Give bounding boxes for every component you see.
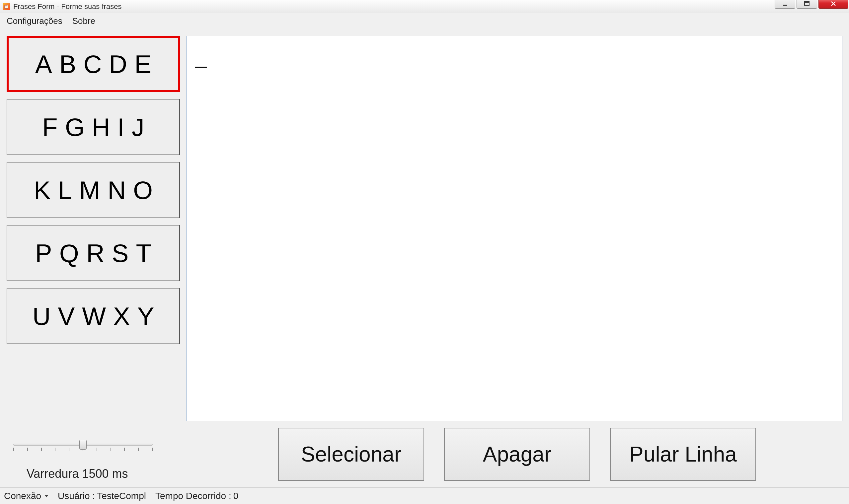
status-user-value: TesteCompl (97, 491, 146, 501)
status-user-label: Usuário : (58, 491, 95, 501)
status-user: Usuário : TesteCompl (58, 491, 146, 501)
letter-groups-column: ABCDE FGHIJ KLMNO PQRST UVWXY (7, 36, 180, 421)
menu-config[interactable]: Configurações (7, 16, 63, 26)
status-elapsed-value: 0 (233, 491, 239, 501)
svg-rect-5 (804, 1, 809, 3)
svg-rect-1 (5, 5, 7, 6)
titlebar: Frases Form - Forme suas frases (0, 0, 849, 13)
scan-slider-block: Varredura 1500 ms (7, 440, 179, 481)
letter-group-fghij[interactable]: FGHIJ (7, 99, 180, 155)
window-controls (775, 0, 849, 13)
svg-rect-2 (5, 7, 7, 7)
letter-group-uvwxy[interactable]: UVWXY (7, 288, 180, 344)
action-buttons: Selecionar Apagar Pular Linha (278, 428, 756, 481)
phrase-textarea[interactable] (187, 36, 842, 421)
statusbar: Conexão Usuário : TesteCompl Tempo Decor… (0, 487, 849, 504)
main-area: ABCDE FGHIJ KLMNO PQRST UVWXY (0, 29, 849, 425)
minimize-button[interactable] (775, 0, 795, 8)
dropdown-caret-icon (45, 495, 49, 497)
status-connection-label: Conexão (4, 491, 41, 501)
status-connection[interactable]: Conexão (4, 491, 49, 501)
svg-rect-3 (783, 5, 787, 6)
delete-button[interactable]: Apagar (444, 428, 590, 481)
scan-label: Varredura 1500 ms (27, 467, 128, 481)
status-elapsed: Tempo Decorrido : 0 (155, 491, 238, 501)
select-button[interactable]: Selecionar (278, 428, 424, 481)
maximize-button[interactable] (797, 0, 817, 8)
text-cursor (195, 67, 207, 68)
newline-button[interactable]: Pular Linha (610, 428, 756, 481)
scan-slider[interactable] (13, 440, 153, 454)
window-title: Frases Form - Forme suas frases (13, 2, 121, 11)
letter-group-pqrst[interactable]: PQRST (7, 225, 180, 281)
app-icon (3, 3, 10, 10)
menubar: Configurações Sobre (0, 13, 849, 29)
letter-group-klmno[interactable]: KLMNO (7, 162, 180, 218)
bottom-controls: Varredura 1500 ms Selecionar Apagar Pula… (0, 425, 849, 487)
letter-group-abcde[interactable]: ABCDE (7, 36, 180, 92)
close-button[interactable] (818, 0, 848, 8)
menu-about[interactable]: Sobre (72, 16, 95, 26)
status-elapsed-label: Tempo Decorrido : (155, 491, 231, 501)
titlebar-left: Frases Form - Forme suas frases (3, 2, 121, 11)
slider-thumb[interactable] (79, 440, 87, 450)
